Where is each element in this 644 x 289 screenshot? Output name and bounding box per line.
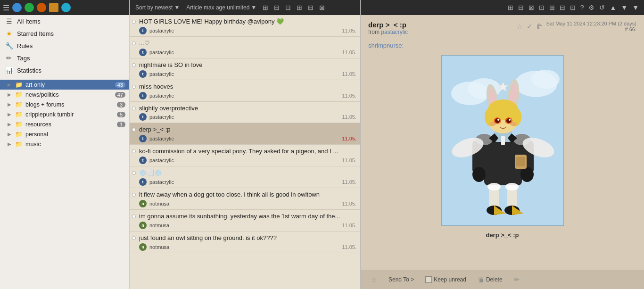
expand-icon: ▶ [8, 122, 11, 127]
statistics-icon: 📊 [5, 66, 13, 74]
view-layout-btn-4[interactable]: ⊡ [537, 3, 546, 12]
article-row[interactable]: im gonna assume its sunbathing. yesterda… [130, 210, 360, 231]
nav-item-all-items[interactable]: ☰ All Items [0, 15, 129, 27]
article-author: notmusa [149, 223, 169, 228]
nav-label-starred: Starred Items [17, 30, 124, 37]
article-row[interactable]: nightmare is SO in love t pastacrylic 11… [130, 58, 360, 80]
article-author: pastacrylic [149, 114, 174, 120]
feed-label: blogs + forums [25, 101, 114, 108]
article-delete-icon[interactable]: 🗑 [536, 23, 543, 30]
scroll-down-btn[interactable]: ▼ [619, 3, 629, 12]
more-btn[interactable]: ▼ [631, 3, 640, 12]
article-title: miss hooves [139, 83, 356, 91]
article-author: pastacrylic [149, 28, 174, 33]
article-author-link[interactable]: pastacrylic [381, 29, 408, 35]
edit-footer-btn[interactable]: ✏ [511, 274, 522, 285]
view-mode-btn-1[interactable]: ⊞ [261, 3, 270, 12]
feed-item-news-politics[interactable]: ▶ 📁 news/politics 47 [0, 90, 129, 99]
view-layout-btn-3[interactable]: ⊠ [527, 3, 536, 12]
keep-unread-btn[interactable]: Keep unread [422, 274, 469, 285]
article-star-btn[interactable]: ☆ [516, 22, 523, 31]
send-to-btn[interactable]: Send To > [386, 274, 417, 285]
view-mode-btn-6[interactable]: ⊠ [318, 3, 326, 12]
article-list: Sort by newest ▼ Article max age unlimit… [130, 0, 361, 289]
article-author: pastacrylic [149, 93, 174, 99]
nav-item-statistics[interactable]: 📊 Statistics [0, 64, 129, 76]
keep-unread-checkbox[interactable] [425, 276, 432, 283]
delete-footer-btn[interactable]: 🗑 Delete [475, 274, 505, 285]
expand-icon: ▶ [8, 112, 11, 117]
feed-count: 5 [117, 112, 125, 117]
feed-item-music[interactable]: ▶ 📁 music [0, 139, 129, 149]
view-layout-btn-5[interactable]: ⊞ [548, 3, 556, 12]
article-meta: n notmusa 11.05. [139, 222, 356, 229]
view-layout-btn-2[interactable]: ⊟ [517, 3, 525, 12]
article-row[interactable]: ❄️⬜❄️ t pastacrylic 11.05. [130, 166, 360, 188]
view-mode-btn-3[interactable]: ⊡ [284, 3, 292, 12]
app-icon-5 [61, 3, 71, 12]
article-mark-read-icon[interactable]: ✓ [527, 23, 532, 30]
expand-icon: ▶ [8, 102, 11, 107]
app-icon-2 [25, 3, 34, 12]
hamburger-icon[interactable]: ☰ [3, 3, 9, 12]
svg-point-4 [531, 70, 560, 89]
article-row[interactable]: slightly overprotective t pastacrylic 11… [130, 102, 360, 124]
feed-item-personal[interactable]: ▶ 📁 personal [0, 129, 129, 139]
svg-point-16 [472, 167, 486, 182]
nav-item-rules[interactable]: 🔧 Rules [0, 40, 129, 52]
article-author: notmusa [149, 201, 169, 206]
view-mode-btn-2[interactable]: ⊟ [272, 3, 281, 12]
article-view-title: derp >_< :p [368, 21, 408, 29]
nav-item-starred[interactable]: ★ Starred Items [0, 27, 129, 40]
star-footer-btn[interactable]: ☆ [368, 274, 380, 285]
refresh-btn[interactable]: ↺ [598, 3, 606, 12]
feed-item-cripplepunk[interactable]: ▶ 📁 cripplepunk tumblr 5 [0, 109, 129, 119]
article-row[interactable]: HOT GIRLS LOVE ME! Happy birthday @avipo… [130, 15, 360, 37]
view-mode-btn-4[interactable]: ⊞ [295, 3, 304, 12]
article-title: ❄️⬜❄️ [139, 169, 356, 177]
feed-item-blogs-forums[interactable]: ▶ 📁 blogs + forums 3 [0, 99, 129, 109]
feed-item-art-only[interactable]: ▶ 📁 art only 43 [0, 80, 129, 90]
age-filter-button[interactable]: Article max age unlimited ▼ [184, 3, 258, 12]
sort-label: Sort by newest [135, 4, 173, 11]
article-title: nightmare is SO in love [139, 61, 356, 69]
view-layout-btn-7[interactable]: ⊡ [569, 3, 577, 12]
folder-icon: 📁 [15, 140, 23, 148]
article-row-selected[interactable]: derp >_< :p t pastacrylic 11.05. [130, 123, 360, 145]
folder-icon: 📁 [15, 121, 23, 128]
svg-point-35 [506, 118, 511, 123]
app-icon-4 [49, 3, 58, 12]
avatar: n [139, 200, 147, 207]
article-date: 11.05. [342, 223, 356, 228]
view-mode-btn-5[interactable]: ⊟ [306, 3, 315, 12]
article-row[interactable]: ...♡ t pastacrylic 11.05. [130, 37, 360, 58]
nav-label-all-items: All Items [17, 18, 124, 25]
article-row[interactable]: just found an owl sitting on the ground.… [130, 231, 360, 253]
article-row[interactable]: miss hooves t pastacrylic 11.05. [130, 80, 360, 102]
article-author: pastacrylic [149, 157, 174, 163]
feed-item-resources[interactable]: ▶ 📁 resources 1 [0, 119, 129, 129]
article-author: pastacrylic [149, 136, 174, 141]
article-row[interactable]: it flew away when a dog got too close. i… [130, 188, 360, 210]
view-layout-btn-6[interactable]: ⊟ [558, 3, 567, 12]
article-list-toolbar: Sort by newest ▼ Article max age unlimit… [130, 0, 360, 15]
app-icon-3 [37, 3, 46, 12]
sidebar-divider [0, 78, 129, 78]
avatar: t [139, 92, 147, 99]
help-btn[interactable]: ? [579, 3, 586, 12]
article-date: 11.05. [342, 201, 356, 206]
settings-btn[interactable]: ⚙ [587, 3, 596, 12]
sort-button[interactable]: Sort by newest ▼ [133, 3, 182, 12]
article-row[interactable]: ko-fi commission of a very special pony.… [130, 145, 360, 166]
svg-point-39 [510, 122, 517, 126]
scroll-up-btn[interactable]: ▲ [608, 3, 618, 12]
nav-item-tags[interactable]: ✏ Tags [0, 52, 129, 64]
avatar: t [139, 113, 147, 121]
view-layout-btn-1[interactable]: ⊞ [506, 3, 515, 12]
article-body-link[interactable]: shrimpnurse: [368, 42, 404, 49]
folder-icon: 📁 [15, 131, 23, 138]
tags-icon: ✏ [5, 54, 13, 62]
folder-icon: 📁 [15, 91, 23, 98]
delete-label: Delete [486, 276, 503, 283]
article-title: im gonna assume its sunbathing. yesterda… [139, 213, 356, 221]
